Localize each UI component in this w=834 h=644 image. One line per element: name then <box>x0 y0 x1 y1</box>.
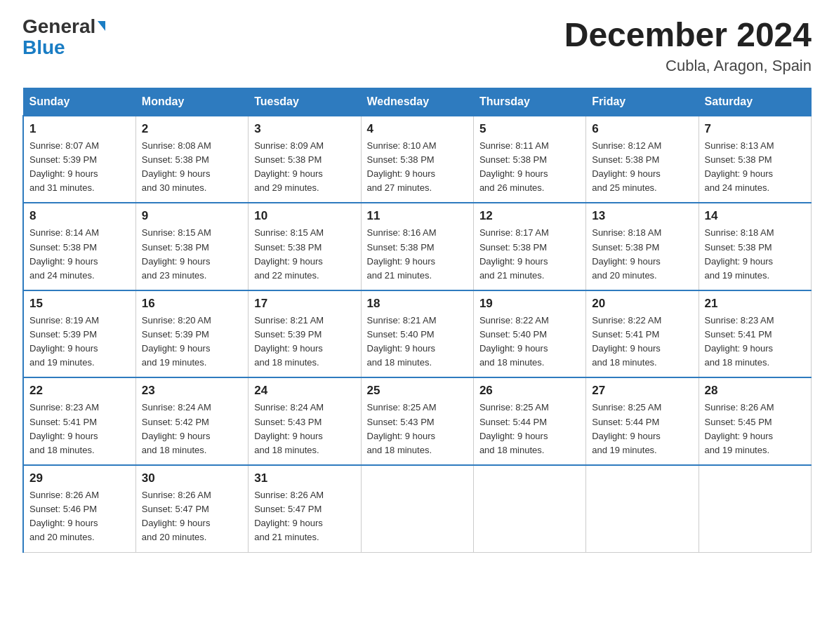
day-info: Sunrise: 8:19 AMSunset: 5:39 PMDaylight:… <box>29 314 130 370</box>
day-info: Sunrise: 8:10 AMSunset: 5:38 PMDaylight:… <box>367 139 468 196</box>
day-info: Sunrise: 8:25 AMSunset: 5:44 PMDaylight:… <box>479 401 580 457</box>
calendar-cell: 24Sunrise: 8:24 AMSunset: 5:43 PMDayligh… <box>249 377 361 465</box>
day-info: Sunrise: 8:13 AMSunset: 5:38 PMDaylight:… <box>705 139 805 196</box>
day-info: Sunrise: 8:22 AMSunset: 5:41 PMDaylight:… <box>592 314 692 370</box>
day-number: 11 <box>367 209 468 223</box>
day-info: Sunrise: 8:24 AMSunset: 5:43 PMDaylight:… <box>254 401 355 457</box>
day-number: 15 <box>29 297 130 311</box>
day-info: Sunrise: 8:25 AMSunset: 5:44 PMDaylight:… <box>592 401 692 457</box>
calendar-cell <box>473 465 585 552</box>
day-number: 3 <box>254 122 355 136</box>
day-number: 23 <box>142 384 242 398</box>
day-info: Sunrise: 8:24 AMSunset: 5:42 PMDaylight:… <box>142 401 242 457</box>
calendar-cell <box>586 465 699 552</box>
day-number: 27 <box>592 384 692 398</box>
day-number: 20 <box>592 297 692 311</box>
calendar-cell: 15Sunrise: 8:19 AMSunset: 5:39 PMDayligh… <box>23 290 135 378</box>
day-number: 2 <box>142 122 242 136</box>
day-number: 31 <box>254 471 355 485</box>
header-row: Sunday Monday Tuesday Wednesday Thursday… <box>23 88 812 116</box>
day-number: 22 <box>29 384 130 398</box>
calendar-week-row: 15Sunrise: 8:19 AMSunset: 5:39 PMDayligh… <box>23 290 812 378</box>
header-thursday: Thursday <box>473 88 585 116</box>
day-info: Sunrise: 8:18 AMSunset: 5:38 PMDaylight:… <box>592 226 692 283</box>
calendar-cell: 4Sunrise: 8:10 AMSunset: 5:38 PMDaylight… <box>361 116 473 203</box>
day-number: 18 <box>367 297 468 311</box>
calendar-cell: 3Sunrise: 8:09 AMSunset: 5:38 PMDaylight… <box>249 116 361 203</box>
day-number: 8 <box>29 209 130 223</box>
calendar-body: 1Sunrise: 8:07 AMSunset: 5:39 PMDaylight… <box>23 116 812 552</box>
calendar-cell: 19Sunrise: 8:22 AMSunset: 5:40 PMDayligh… <box>473 290 585 378</box>
calendar-week-row: 1Sunrise: 8:07 AMSunset: 5:39 PMDaylight… <box>23 116 812 203</box>
calendar-week-row: 29Sunrise: 8:26 AMSunset: 5:46 PMDayligh… <box>23 465 812 552</box>
day-number: 12 <box>479 209 580 223</box>
day-number: 30 <box>142 471 242 485</box>
day-info: Sunrise: 8:15 AMSunset: 5:38 PMDaylight:… <box>254 226 355 283</box>
calendar-cell: 31Sunrise: 8:26 AMSunset: 5:47 PMDayligh… <box>249 465 361 552</box>
calendar-cell: 2Sunrise: 8:08 AMSunset: 5:38 PMDaylight… <box>135 116 248 203</box>
calendar-cell: 10Sunrise: 8:15 AMSunset: 5:38 PMDayligh… <box>249 203 361 290</box>
day-info: Sunrise: 8:12 AMSunset: 5:38 PMDaylight:… <box>592 139 692 196</box>
day-info: Sunrise: 8:26 AMSunset: 5:47 PMDaylight:… <box>254 488 355 545</box>
day-info: Sunrise: 8:21 AMSunset: 5:39 PMDaylight:… <box>254 314 355 370</box>
logo: General Blue <box>22 17 105 59</box>
month-title: December 2024 <box>564 17 812 54</box>
day-number: 25 <box>367 384 468 398</box>
calendar-cell: 6Sunrise: 8:12 AMSunset: 5:38 PMDaylight… <box>586 116 699 203</box>
calendar-cell: 17Sunrise: 8:21 AMSunset: 5:39 PMDayligh… <box>249 290 361 378</box>
page-header: General Blue December 2024 Cubla, Aragon… <box>22 17 812 75</box>
day-info: Sunrise: 8:08 AMSunset: 5:38 PMDaylight:… <box>142 139 242 196</box>
day-info: Sunrise: 8:26 AMSunset: 5:46 PMDaylight:… <box>29 488 130 545</box>
day-number: 1 <box>29 122 130 136</box>
day-number: 6 <box>592 122 692 136</box>
header-friday: Friday <box>586 88 699 116</box>
day-number: 16 <box>142 297 242 311</box>
calendar-cell: 9Sunrise: 8:15 AMSunset: 5:38 PMDaylight… <box>135 203 248 290</box>
calendar-cell: 5Sunrise: 8:11 AMSunset: 5:38 PMDaylight… <box>473 116 585 203</box>
calendar-cell: 11Sunrise: 8:16 AMSunset: 5:38 PMDayligh… <box>361 203 473 290</box>
day-number: 29 <box>29 471 130 485</box>
day-info: Sunrise: 8:25 AMSunset: 5:43 PMDaylight:… <box>367 401 468 457</box>
day-number: 10 <box>254 209 355 223</box>
calendar-cell: 18Sunrise: 8:21 AMSunset: 5:40 PMDayligh… <box>361 290 473 378</box>
day-number: 17 <box>254 297 355 311</box>
calendar-cell <box>361 465 473 552</box>
logo-chevron-icon <box>98 21 105 31</box>
day-info: Sunrise: 8:26 AMSunset: 5:47 PMDaylight:… <box>142 488 242 545</box>
day-info: Sunrise: 8:15 AMSunset: 5:38 PMDaylight:… <box>142 226 242 283</box>
calendar-cell: 30Sunrise: 8:26 AMSunset: 5:47 PMDayligh… <box>135 465 248 552</box>
day-number: 4 <box>367 122 468 136</box>
header-tuesday: Tuesday <box>249 88 361 116</box>
day-info: Sunrise: 8:18 AMSunset: 5:38 PMDaylight:… <box>705 226 805 283</box>
day-info: Sunrise: 8:21 AMSunset: 5:40 PMDaylight:… <box>367 314 468 370</box>
day-info: Sunrise: 8:09 AMSunset: 5:38 PMDaylight:… <box>254 139 355 196</box>
calendar-cell: 8Sunrise: 8:14 AMSunset: 5:38 PMDaylight… <box>23 203 135 290</box>
day-info: Sunrise: 8:23 AMSunset: 5:41 PMDaylight:… <box>29 401 130 457</box>
calendar-cell: 13Sunrise: 8:18 AMSunset: 5:38 PMDayligh… <box>586 203 699 290</box>
calendar-cell: 29Sunrise: 8:26 AMSunset: 5:46 PMDayligh… <box>23 465 135 552</box>
day-number: 26 <box>479 384 580 398</box>
calendar-cell: 21Sunrise: 8:23 AMSunset: 5:41 PMDayligh… <box>699 290 811 378</box>
calendar-cell: 12Sunrise: 8:17 AMSunset: 5:38 PMDayligh… <box>473 203 585 290</box>
calendar-header: Sunday Monday Tuesday Wednesday Thursday… <box>23 88 812 116</box>
title-block: December 2024 Cubla, Aragon, Spain <box>564 17 812 75</box>
day-info: Sunrise: 8:22 AMSunset: 5:40 PMDaylight:… <box>479 314 580 370</box>
calendar-cell: 1Sunrise: 8:07 AMSunset: 5:39 PMDaylight… <box>23 116 135 203</box>
calendar-week-row: 22Sunrise: 8:23 AMSunset: 5:41 PMDayligh… <box>23 377 812 465</box>
logo-blue-text: Blue <box>22 36 65 58</box>
calendar-table: Sunday Monday Tuesday Wednesday Thursday… <box>22 88 812 553</box>
day-info: Sunrise: 8:26 AMSunset: 5:45 PMDaylight:… <box>705 401 805 457</box>
day-info: Sunrise: 8:14 AMSunset: 5:38 PMDaylight:… <box>29 226 130 283</box>
day-info: Sunrise: 8:17 AMSunset: 5:38 PMDaylight:… <box>479 226 580 283</box>
header-monday: Monday <box>135 88 248 116</box>
logo-general-text: General <box>22 17 95 36</box>
day-number: 24 <box>254 384 355 398</box>
day-number: 7 <box>705 122 805 136</box>
day-number: 9 <box>142 209 242 223</box>
day-number: 14 <box>705 209 805 223</box>
calendar-cell: 14Sunrise: 8:18 AMSunset: 5:38 PMDayligh… <box>699 203 811 290</box>
calendar-cell: 22Sunrise: 8:23 AMSunset: 5:41 PMDayligh… <box>23 377 135 465</box>
calendar-cell: 25Sunrise: 8:25 AMSunset: 5:43 PMDayligh… <box>361 377 473 465</box>
day-info: Sunrise: 8:23 AMSunset: 5:41 PMDaylight:… <box>705 314 805 370</box>
day-info: Sunrise: 8:07 AMSunset: 5:39 PMDaylight:… <box>29 139 130 196</box>
